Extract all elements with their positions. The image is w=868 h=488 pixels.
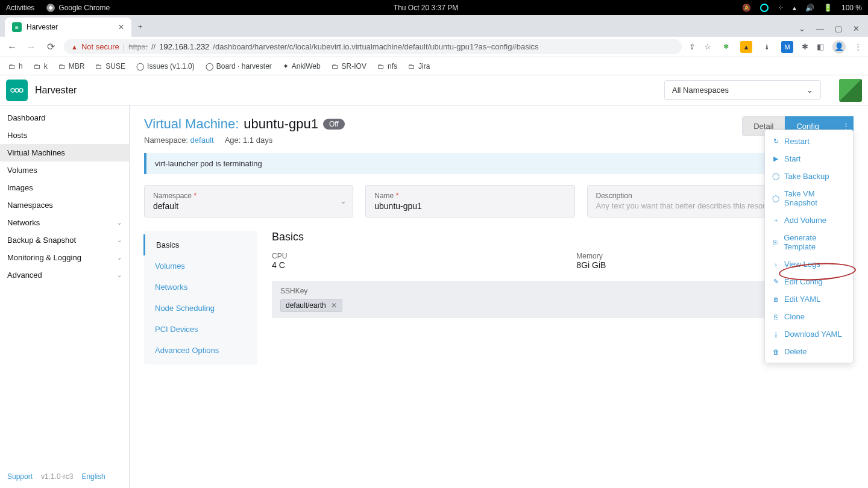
- support-link[interactable]: Support: [7, 472, 33, 481]
- bookmark-item[interactable]: 🗀SR-IOV: [332, 62, 366, 70]
- sidebar-item-virtual-machines[interactable]: Virtual Machines: [0, 144, 129, 161]
- back-button[interactable]: ←: [6, 42, 18, 52]
- action-delete[interactable]: 🗑Delete: [765, 343, 853, 360]
- resource-meta: Namespace: default Age: 1.1 days: [144, 136, 854, 145]
- window-close-icon[interactable]: ✕: [853, 24, 860, 33]
- bookmark-item[interactable]: ✦AnkiWeb: [283, 62, 321, 70]
- status-dots-icon[interactable]: ⁘: [778, 4, 784, 12]
- notification-icon[interactable]: 🔕: [742, 4, 751, 12]
- user-avatar[interactable]: [839, 79, 862, 102]
- tab-dropdown-icon[interactable]: ⌄: [799, 24, 805, 33]
- new-tab-button[interactable]: ＋: [131, 16, 149, 37]
- action-view-logs[interactable]: ›View Logs: [765, 255, 853, 273]
- folder-icon: 🗀: [332, 62, 339, 70]
- bookmark-item[interactable]: 🗀Jira: [408, 62, 430, 70]
- folder-icon: 🗀: [58, 62, 66, 70]
- template-icon: ⎘: [772, 239, 779, 246]
- tab-advanced-options[interactable]: Advanced Options: [144, 340, 257, 361]
- sidebar-item-dashboard[interactable]: Dashboard: [0, 109, 129, 127]
- sidebar-item-networks[interactable]: Networks⌄: [0, 214, 129, 231]
- sidebar-item-volumes[interactable]: Volumes: [0, 161, 129, 179]
- extension-icon[interactable]: ▲: [740, 41, 752, 53]
- action-start[interactable]: ▶Start: [765, 150, 853, 167]
- volume-icon[interactable]: 🔊: [805, 4, 814, 12]
- anki-icon: ✦: [283, 62, 289, 70]
- app-header: Harvester All Namespaces ⌄: [0, 75, 868, 105]
- chip-remove-icon[interactable]: ✕: [331, 301, 337, 310]
- network-icon[interactable]: ▴: [793, 4, 796, 12]
- folder-icon: 🗀: [34, 62, 41, 70]
- bookmark-item[interactable]: 🗀nfs: [377, 62, 397, 70]
- status-circle-icon[interactable]: [760, 4, 769, 12]
- download-icon: ⭳: [772, 331, 779, 338]
- security-warning-icon[interactable]: ▲: [71, 43, 78, 51]
- action-generate-template[interactable]: ⎘Generate Template: [765, 229, 853, 255]
- bookmark-item[interactable]: 🗀k: [34, 62, 48, 70]
- reload-button[interactable]: ⟳: [45, 41, 57, 52]
- bookmark-item[interactable]: 🗀MBR: [58, 62, 85, 70]
- svg-point-2: [19, 89, 23, 92]
- browser-tab[interactable]: ≡ Harvester ✕: [5, 17, 131, 37]
- sidebar-item-advanced[interactable]: Advanced⌄: [0, 266, 129, 284]
- window-maximize-icon[interactable]: ▢: [835, 24, 842, 33]
- action-download-yaml[interactable]: ⭳Download YAML: [765, 325, 853, 343]
- sidebar-item-monitoring-logging[interactable]: Monitoring & Logging⌄: [0, 249, 129, 266]
- action-add-volume[interactable]: ＋Add Volume: [765, 211, 853, 229]
- bookmark-item[interactable]: ◯Issues (v1.1.0): [136, 62, 195, 70]
- browser-tab-bar: ≡ Harvester ✕ ＋ ⌄ — ▢ ✕: [0, 15, 868, 37]
- share-icon[interactable]: ⇪: [689, 42, 696, 51]
- namespace-field[interactable]: Namespace * default ⌄: [144, 185, 353, 217]
- namespace-link[interactable]: default: [190, 136, 214, 145]
- tab-node-scheduling[interactable]: Node Scheduling: [144, 298, 257, 319]
- action-take-backup[interactable]: ◯Take Backup: [765, 167, 853, 185]
- window-minimize-icon[interactable]: —: [816, 24, 824, 33]
- current-app[interactable]: Google Chrome: [46, 4, 110, 12]
- extension-icon[interactable]: 🌡: [761, 41, 773, 53]
- plus-icon: ＋: [772, 216, 779, 225]
- extension-icon[interactable]: M: [781, 41, 793, 53]
- extension-icon[interactable]: ✱: [720, 41, 732, 53]
- activities-button[interactable]: Activities: [6, 4, 34, 12]
- chrome-menu-icon[interactable]: ⋮: [854, 42, 862, 51]
- action-clone[interactable]: ⎘Clone: [765, 308, 853, 325]
- namespace-selector[interactable]: All Namespaces ⌄: [664, 80, 821, 100]
- bookmark-item[interactable]: 🗀SUSE: [95, 62, 125, 70]
- tab-volumes[interactable]: Volumes: [144, 255, 257, 277]
- action-edit-config[interactable]: ✎Edit Config: [765, 273, 853, 290]
- harvester-logo-icon[interactable]: [6, 80, 28, 101]
- name-field[interactable]: Name * ubuntu-gpu1: [365, 185, 574, 217]
- address-bar[interactable]: ▲ Not secure | https://192.168.1.232/das…: [64, 39, 682, 54]
- tab-title: Harvester: [27, 23, 58, 31]
- action-restart[interactable]: ↻Restart: [765, 133, 853, 150]
- tab-pci-devices[interactable]: PCI Devices: [144, 319, 257, 340]
- tab-favicon-icon: ≡: [12, 22, 22, 32]
- github-icon: ◯: [206, 62, 213, 70]
- resource-type: Virtual Machine:: [144, 116, 239, 132]
- pencil-icon: ✎: [772, 278, 779, 286]
- tab-basics[interactable]: Basics: [143, 234, 257, 255]
- sidebar: Dashboard Hosts Virtual Machines Volumes…: [0, 105, 130, 488]
- chevron-down-icon: ⌄: [117, 254, 122, 261]
- cpu-label: CPU: [272, 252, 287, 260]
- profile-icon[interactable]: 👤: [832, 40, 846, 54]
- action-take-snapshot[interactable]: ◯Take VM Snapshot: [765, 185, 853, 211]
- bookmark-item[interactable]: ◯Board · harvester: [206, 62, 272, 70]
- tab-close-icon[interactable]: ✕: [118, 23, 124, 31]
- tab-networks[interactable]: Networks: [144, 277, 257, 298]
- sidebar-item-hosts[interactable]: Hosts: [0, 127, 129, 144]
- clock[interactable]: Thu Oct 20 3:37 PM: [110, 4, 742, 12]
- sidebar-item-backup-snapshot[interactable]: Backup & Snapshot⌄: [0, 231, 129, 249]
- battery-icon[interactable]: 🔋: [823, 4, 832, 12]
- bookmark-star-icon[interactable]: ☆: [704, 42, 711, 51]
- cpu-value: 4 C: [272, 260, 287, 270]
- sshkey-chip[interactable]: default/earth ✕: [280, 299, 342, 312]
- browser-toolbar: ← → ⟳ ▲ Not secure | https://192.168.1.2…: [0, 37, 868, 57]
- sidepanel-icon[interactable]: ◧: [817, 42, 824, 51]
- action-edit-yaml[interactable]: 🗎Edit YAML: [765, 290, 853, 308]
- extensions-icon[interactable]: ✱: [802, 42, 808, 51]
- sidebar-item-namespaces[interactable]: Namespaces: [0, 196, 129, 214]
- sidebar-item-images[interactable]: Images: [0, 179, 129, 196]
- bookmark-item[interactable]: 🗀h: [8, 62, 23, 70]
- version-label: v1.1.0-rc3: [41, 472, 73, 481]
- language-selector[interactable]: English: [81, 472, 105, 481]
